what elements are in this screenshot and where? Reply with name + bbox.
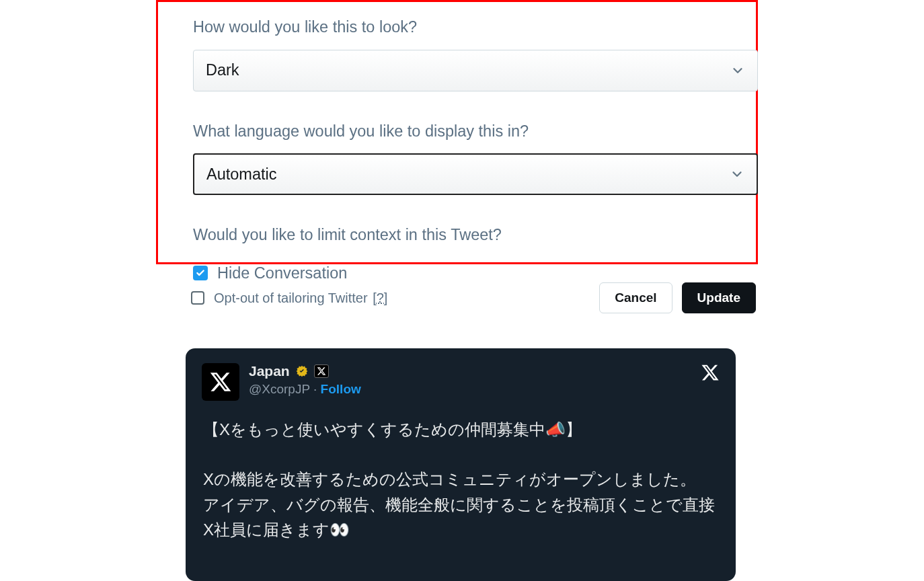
chevron-down-icon	[730, 167, 744, 182]
language-select[interactable]: Automatic	[193, 153, 758, 195]
x-logo-icon[interactable]	[701, 363, 720, 382]
follow-link[interactable]: Follow	[321, 382, 361, 396]
settings-panel: How would you like this to look? Dark Wh…	[156, 0, 758, 264]
appearance-label: How would you like this to look?	[193, 17, 729, 38]
optout-help-link[interactable]: [?]	[373, 290, 387, 305]
cancel-button[interactable]: Cancel	[599, 282, 672, 313]
optout-text: Opt-out of tailoring Twitter	[214, 290, 368, 305]
hide-conversation-label: Hide Conversation	[217, 264, 347, 282]
language-label: What language would you like to display …	[193, 121, 729, 142]
tweet-body: 【Xをもっと使いやすくするための仲間募集中📣】 Xの機能を改善するための公式コミ…	[202, 417, 720, 542]
context-label: Would you like to limit context in this …	[193, 225, 729, 245]
form-footer: Opt-out of tailoring Twitter [?] Cancel …	[191, 282, 756, 313]
language-selected-value: Automatic	[206, 165, 277, 184]
tweet-line-3: アイデア、バグの報告、機能全般に関することを投稿頂くことで直接X社員に届きます👀	[203, 492, 718, 542]
tweet-line-1: 【Xをもっと使いやすくするための仲間募集中📣】	[203, 417, 718, 442]
tweet-line-2: Xの機能を改善するための公式コミュニティがオープンしました。	[203, 467, 718, 492]
appearance-select[interactable]: Dark	[193, 50, 758, 91]
tweet-author-name[interactable]: Japan	[249, 363, 290, 379]
tweet-preview: Japan @XcorpJP · Follow 【Xをもっと使いやすくするための…	[186, 348, 736, 581]
update-button[interactable]: Update	[682, 282, 756, 313]
appearance-selected-value: Dark	[206, 61, 239, 79]
hide-conversation-checkbox[interactable]	[193, 266, 208, 280]
optout-checkbox[interactable]	[191, 291, 204, 305]
chevron-down-icon	[730, 63, 745, 78]
org-badge-icon	[314, 364, 329, 378]
separator: ·	[310, 382, 321, 396]
tweet-handle[interactable]: @XcorpJP	[249, 382, 310, 396]
verified-icon	[295, 364, 309, 378]
avatar[interactable]	[202, 363, 239, 401]
